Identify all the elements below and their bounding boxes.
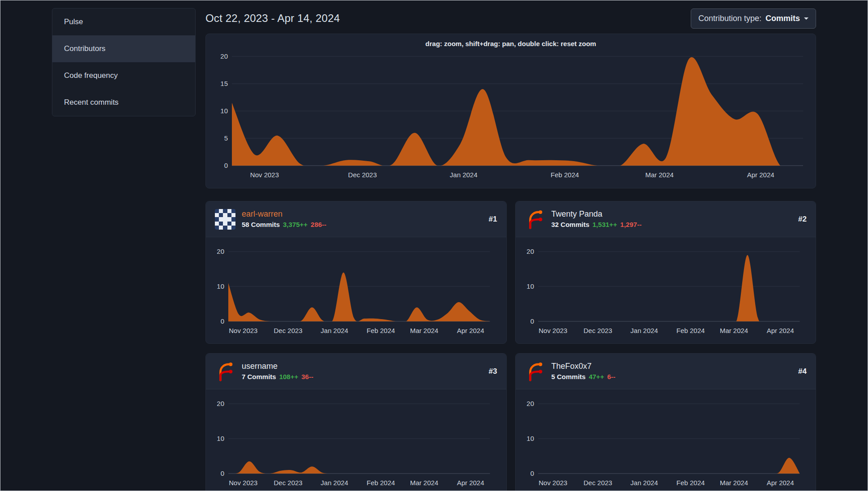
contributor-card-header: username 7 Commits 108++ 36-- #3 [206, 354, 506, 389]
contributor-activity-chart[interactable]: 01020Nov 2023Dec 2023Jan 2024Feb 2024Mar… [206, 391, 506, 491]
contributor-chart-box: 01020Nov 2023Dec 2023Jan 2024Feb 2024Mar… [206, 237, 506, 341]
svg-text:Feb 2024: Feb 2024 [367, 479, 395, 487]
contribution-type-dropdown[interactable]: Contribution type: Commits [691, 9, 816, 29]
deletions-count: 6-- [607, 373, 615, 380]
svg-text:15: 15 [220, 80, 228, 87]
svg-text:0: 0 [221, 317, 224, 325]
svg-text:0: 0 [224, 162, 228, 169]
svg-text:20: 20 [526, 248, 534, 255]
svg-text:Apr 2024: Apr 2024 [457, 327, 484, 334]
deletions-count: 1,297-- [620, 221, 642, 228]
main-content: Oct 22, 2023 - Apr 14, 2024 Contribution… [205, 8, 816, 491]
svg-text:10: 10 [217, 282, 224, 290]
additions-count: 108++ [279, 373, 299, 380]
svg-text:Dec 2023: Dec 2023 [274, 479, 303, 487]
sidebar-item-code-frequency[interactable]: Code frequency [52, 62, 195, 89]
svg-text:Dec 2023: Dec 2023 [348, 171, 377, 179]
contributor-activity-chart[interactable]: 01020Nov 2023Dec 2023Jan 2024Feb 2024Mar… [516, 239, 816, 341]
contributor-stats: 7 Commits 108++ 36-- [242, 373, 483, 380]
svg-text:20: 20 [526, 400, 534, 407]
additions-count: 1,531++ [593, 221, 617, 228]
overall-activity-chart[interactable]: 05101520Nov 2023Dec 2023Jan 2024Feb 2024… [215, 50, 807, 184]
svg-text:10: 10 [526, 435, 534, 442]
contributor-rank: #3 [489, 367, 497, 376]
deletions-count: 36-- [301, 373, 313, 380]
sidebar-item-recent-commits[interactable]: Recent commits [52, 89, 195, 116]
svg-text:Jan 2024: Jan 2024 [630, 479, 658, 487]
caret-down-icon [804, 17, 808, 22]
date-range-title: Oct 22, 2023 - Apr 14, 2024 [205, 12, 340, 25]
contributor-chart-box: 01020Nov 2023Dec 2023Jan 2024Feb 2024Mar… [516, 389, 816, 491]
commit-count: 5 Commits [552, 373, 586, 380]
commit-count: 58 Commits [242, 221, 280, 228]
svg-text:5: 5 [224, 134, 228, 142]
sidebar-item-contributors[interactable]: Contributors [52, 35, 195, 62]
svg-text:20: 20 [217, 400, 224, 407]
contributor-rank: #1 [489, 215, 497, 224]
commit-count: 32 Commits [552, 221, 590, 228]
svg-text:Mar 2024: Mar 2024 [645, 171, 673, 179]
svg-text:Mar 2024: Mar 2024 [719, 479, 748, 487]
topbar: Oct 22, 2023 - Apr 14, 2024 Contribution… [205, 8, 816, 29]
contribution-type-value: Commits [765, 14, 800, 23]
svg-text:0: 0 [530, 317, 534, 325]
contributor-info: username 7 Commits 108++ 36-- [242, 362, 483, 380]
svg-text:Apr 2024: Apr 2024 [457, 479, 484, 487]
deletions-count: 286-- [311, 221, 326, 228]
contributor-rank: #4 [798, 367, 807, 376]
svg-text:Nov 2023: Nov 2023 [539, 479, 567, 487]
svg-text:Dec 2023: Dec 2023 [583, 327, 612, 334]
contributor-name: TheFox0x7 [552, 362, 792, 371]
contributor-card-header: Twenty Panda 32 Commits 1,531++ 1,297-- … [516, 201, 816, 237]
contributor-chart-box: 01020Nov 2023Dec 2023Jan 2024Feb 2024Mar… [206, 389, 506, 491]
svg-text:Dec 2023: Dec 2023 [583, 479, 612, 487]
svg-text:Apr 2024: Apr 2024 [747, 171, 774, 179]
contributor-activity-chart[interactable]: 01020Nov 2023Dec 2023Jan 2024Feb 2024Mar… [206, 239, 506, 341]
contributor-info: earl-warren 58 Commits 3,375++ 286-- [242, 210, 483, 228]
contributor-card-header: TheFox0x7 5 Commits 47++ 6-- #4 [516, 354, 816, 389]
contributor-cards-grid: earl-warren 58 Commits 3,375++ 286-- #1 … [205, 201, 816, 491]
contributor-stats: 5 Commits 47++ 6-- [552, 373, 792, 380]
svg-text:Feb 2024: Feb 2024 [676, 327, 705, 334]
svg-text:Mar 2024: Mar 2024 [410, 479, 438, 487]
svg-text:20: 20 [220, 52, 228, 60]
repo-activity-page: Pulse Contributors Code frequency Recent… [0, 0, 868, 491]
contributor-stats: 58 Commits 3,375++ 286-- [242, 221, 483, 228]
contributor-name: username [242, 362, 483, 371]
contributor-rank: #2 [798, 215, 807, 224]
sidebar-item-pulse[interactable]: Pulse [52, 9, 195, 35]
svg-text:10: 10 [217, 435, 224, 442]
avatar[interactable] [215, 209, 235, 230]
contributor-stats: 32 Commits 1,531++ 1,297-- [552, 221, 792, 228]
contributor-name: Twenty Panda [552, 210, 792, 219]
svg-text:Dec 2023: Dec 2023 [274, 327, 303, 334]
svg-text:Nov 2023: Nov 2023 [229, 479, 257, 487]
svg-text:Nov 2023: Nov 2023 [539, 327, 567, 334]
svg-text:10: 10 [220, 107, 228, 115]
svg-text:Jan 2024: Jan 2024 [321, 479, 348, 487]
contributor-card-header: earl-warren 58 Commits 3,375++ 286-- #1 [206, 201, 506, 237]
svg-text:Feb 2024: Feb 2024 [676, 479, 705, 487]
svg-text:Apr 2024: Apr 2024 [766, 327, 794, 334]
contributor-card: Twenty Panda 32 Commits 1,531++ 1,297-- … [515, 201, 817, 344]
svg-text:Jan 2024: Jan 2024 [630, 327, 658, 334]
contribution-type-label: Contribution type: [698, 14, 761, 23]
svg-text:Nov 2023: Nov 2023 [229, 327, 257, 334]
svg-text:Feb 2024: Feb 2024 [367, 327, 395, 334]
contributor-activity-chart[interactable]: 01020Nov 2023Dec 2023Jan 2024Feb 2024Mar… [516, 391, 816, 491]
contributor-name[interactable]: earl-warren [242, 210, 483, 219]
svg-text:Apr 2024: Apr 2024 [766, 479, 794, 487]
svg-text:0: 0 [221, 470, 224, 477]
chart-zoom-hint: drag: zoom, shift+drag: pan, double clic… [215, 39, 807, 50]
contributor-card: username 7 Commits 108++ 36-- #3 01020No… [205, 353, 507, 491]
forgejo-logo-avatar [525, 209, 545, 230]
overall-chart-panel: drag: zoom, shift+drag: pan, double clic… [205, 34, 816, 188]
svg-text:Nov 2023: Nov 2023 [250, 171, 279, 179]
svg-text:Jan 2024: Jan 2024 [321, 327, 348, 334]
svg-text:10: 10 [526, 282, 534, 290]
svg-text:Jan 2024: Jan 2024 [450, 171, 478, 179]
additions-count: 47++ [589, 373, 604, 380]
additions-count: 3,375++ [283, 221, 308, 228]
svg-text:Mar 2024: Mar 2024 [410, 327, 438, 334]
forgejo-logo-avatar [215, 361, 235, 382]
